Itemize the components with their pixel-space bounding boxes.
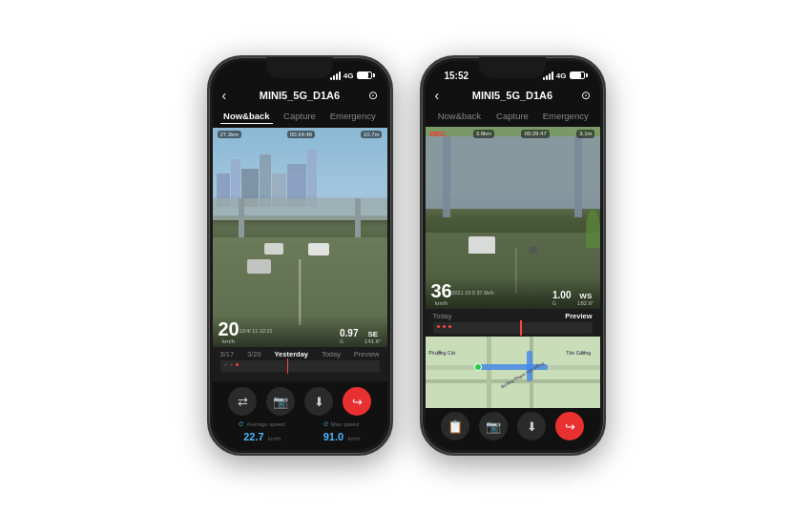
phone-2: 15:52 4G ‹ MINI5_5G_D1A6 ⊙ Now&back Capt… xyxy=(420,55,606,456)
map-road-v1 xyxy=(487,337,491,408)
status-icons-1: 4G xyxy=(330,72,372,80)
loop-button-1[interactable]: ⇄ xyxy=(228,387,257,416)
g-value-2: 1.00 G xyxy=(552,290,571,306)
timeline-bar-2[interactable] xyxy=(433,322,593,334)
tabs-1: Now&back Capture Emergency xyxy=(213,107,387,128)
avg-speed-label-1: ⏱ Average speed xyxy=(239,421,284,427)
tl-label-yesterday[interactable]: Yesterday xyxy=(275,350,308,358)
layers-button-2[interactable]: 📋 xyxy=(441,412,469,440)
timeline-section-1: 3/17 3/20 Yesterday Today Preview xyxy=(213,347,387,381)
cam-bottom-overlay-1: 20 km/h 12/4/ 11 22:21 0.97 G SE 141.6° xyxy=(213,316,387,347)
map-label-1: Phường Cát xyxy=(428,350,455,356)
g-value-1: 0.97 G xyxy=(340,328,358,344)
speed-stats-1: ⏱ Average speed 22.7 km/h ⏱ Max speed 91… xyxy=(220,421,380,444)
compass-dir-1: SE xyxy=(364,330,381,338)
compass-display-2: WS 182.6° xyxy=(577,292,593,306)
main-scene: 4G ‹ MINI5_5G_D1A6 ⊙ Now&back Capture Em… xyxy=(0,0,812,511)
duration-badge-2: 00:29:47 xyxy=(521,130,549,138)
camera-view-1: 27.3km 00:24:46 10.7m 20 km/h 12/4/ 11 2… xyxy=(213,128,387,347)
tl-label-317[interactable]: 3/17 xyxy=(220,350,235,358)
alt-badge-2: 3.1m xyxy=(576,130,594,138)
timeline-labels-1: 3/17 3/20 Yesterday Today Preview xyxy=(220,350,380,358)
signal-bars-2 xyxy=(543,72,553,80)
notch-1 xyxy=(266,57,333,78)
timeline-labels-2: Today Preview xyxy=(433,312,593,320)
timeline-dots-2 xyxy=(433,322,593,331)
tab-nowback-1[interactable]: Now&back xyxy=(220,109,274,124)
distance-badge-1: 27.3km xyxy=(218,131,242,138)
tl-label-preview[interactable]: Preview xyxy=(354,350,380,358)
tl2-label-preview[interactable]: Preview xyxy=(565,312,592,320)
map-label-3: Tân Cương xyxy=(566,350,591,356)
back-button-2[interactable]: ‹ xyxy=(435,88,450,103)
tab-emergency-1[interactable]: Emergency xyxy=(326,109,380,124)
avg-speed-unit-1: km/h xyxy=(268,436,281,441)
map-location-dot xyxy=(474,363,482,371)
screen-2: 15:52 4G ‹ MINI5_5G_D1A6 ⊙ Now&back Capt… xyxy=(426,61,600,450)
speed-display-2: 36 km/h xyxy=(431,281,452,306)
map-background-2: Phường Cát Đường Phạm Văn Đồng Tân Cương xyxy=(426,337,600,408)
share-button-2[interactable]: ↪ xyxy=(555,412,584,440)
header-title-2: MINI5_5G_D1A6 xyxy=(450,90,575,101)
signal-bars-1 xyxy=(330,72,341,80)
share-button-1[interactable]: ↪ xyxy=(343,387,371,416)
compass-deg-2: 182.6° xyxy=(577,300,593,306)
cam-overlay-1: 27.3km 00:24:46 10.7m 20 km/h 12/4/ 11 2… xyxy=(213,128,387,347)
app-header-1: ‹ MINI5_5G_D1A6 ⊙ xyxy=(213,86,387,107)
compass-display-1: SE 141.6° xyxy=(364,330,381,344)
notch-2 xyxy=(479,57,546,78)
timeline-indicator-2 xyxy=(520,320,522,336)
screen-1: 4G ‹ MINI5_5G_D1A6 ⊙ Now&back Capture Em… xyxy=(213,61,387,450)
max-speed-value-1: 91.0 xyxy=(323,431,344,442)
timeline-indicator-1 xyxy=(287,358,289,374)
cam-bottom-overlay-2: 36 km/h 2021 15:5 37.6k/h 1.00 G WS 182.… xyxy=(426,277,600,309)
camera-view-2: REC 3.6km 00:29:47 3.1m 36 km/h 2021 15:… xyxy=(426,127,600,309)
back-button-1[interactable]: ‹ xyxy=(222,88,238,103)
battery-icon-1 xyxy=(357,72,372,79)
map-route-v xyxy=(527,351,532,381)
settings-icon-1[interactable]: ⊙ xyxy=(363,89,378,102)
date-overlay-1: 12/4/ 11 22:21 xyxy=(239,328,273,334)
tl-label-today[interactable]: Today xyxy=(322,350,341,358)
cam-top-bar-1: 27.3km 00:24:46 10.7m xyxy=(213,128,387,141)
speed-value-2: 36 xyxy=(431,281,452,300)
map-section-2: Phường Cát Đường Phạm Văn Đồng Tân Cương xyxy=(426,337,600,408)
status-icons-2: 4G xyxy=(543,72,585,80)
compass-deg-1: 141.6° xyxy=(364,338,381,344)
speed-value-1: 20 xyxy=(219,319,239,338)
alt-badge-1: 10.7m xyxy=(361,131,383,138)
timeline-section-2: Today Preview xyxy=(426,309,600,337)
tl-label-320[interactable]: 3/20 xyxy=(247,350,261,358)
status-time-2: 15:52 xyxy=(445,71,469,81)
header-title-1: MINI5_5G_D1A6 xyxy=(238,90,363,101)
timeline-bar-1[interactable] xyxy=(220,360,380,372)
control-buttons-1: ⇄ 📷 ⬇ ↪ xyxy=(220,387,380,416)
control-buttons-2: 📋 📷 ⬇ ↪ xyxy=(433,412,593,440)
network-label-1: 4G xyxy=(344,72,354,80)
cam-overlay-2: REC 3.6km 00:29:47 3.1m 36 km/h 2021 15:… xyxy=(426,127,600,309)
app-header-2: ‹ MINI5_5G_D1A6 ⊙ xyxy=(426,86,600,107)
max-speed-label-1: ⏱ Max speed xyxy=(323,421,361,427)
compass-dir-2: WS xyxy=(577,292,593,300)
timeline-dots-1 xyxy=(220,360,380,369)
download-button-1[interactable]: ⬇ xyxy=(304,387,333,416)
cam-top-bar-2: REC 3.6km 00:29:47 3.1m xyxy=(426,127,600,141)
controls-section-2: 📋 📷 ⬇ ↪ xyxy=(426,408,600,450)
settings-icon-2[interactable]: ⊙ xyxy=(575,89,591,102)
distance-badge-2: 3.6km xyxy=(473,130,494,138)
capture-button-2[interactable]: 📷 xyxy=(479,412,508,440)
tab-nowback-2[interactable]: Now&back xyxy=(433,109,487,123)
battery-icon-2 xyxy=(570,72,585,79)
capture-button-1[interactable]: 📷 xyxy=(266,387,295,416)
avg-speed-value-1: 22.7 xyxy=(243,431,263,442)
network-label-2: 4G xyxy=(556,72,567,80)
tab-capture-1[interactable]: Capture xyxy=(273,109,326,124)
controls-section-1: ⇄ 📷 ⬇ ↪ ⏱ Average speed 22.7 km/h xyxy=(213,381,387,450)
tabs-2: Now&back Capture Emergency xyxy=(426,107,600,127)
tab-emergency-2[interactable]: Emergency xyxy=(539,109,593,123)
download-button-2[interactable]: ⬇ xyxy=(517,412,546,440)
tl2-label-today[interactable]: Today xyxy=(433,312,452,320)
max-speed-unit-1: km/h xyxy=(348,436,361,441)
tab-capture-2[interactable]: Capture xyxy=(486,109,539,123)
duration-badge-1: 00:24:46 xyxy=(287,131,315,138)
